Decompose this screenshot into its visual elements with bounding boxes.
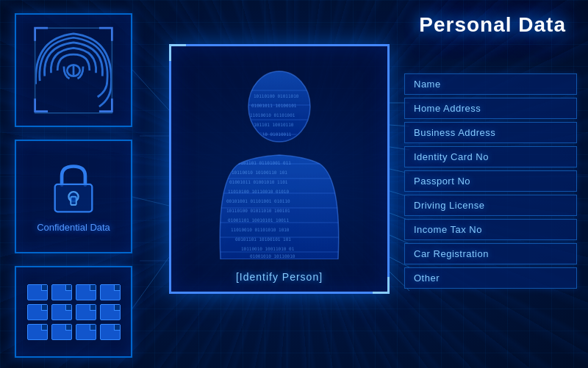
data-fields-panel: NameHome AddressBusiness AddressIdentity… bbox=[404, 73, 577, 289]
file-icon bbox=[100, 304, 121, 320]
lock-icon bbox=[48, 161, 99, 216]
person-silhouette: 10110100 01011010 01001011 10100101 1101… bbox=[198, 61, 360, 259]
panel-person: 10110100 01011010 01001011 10100101 1101… bbox=[169, 44, 390, 294]
file-icon bbox=[100, 324, 121, 340]
panel-lock: Confidential Data bbox=[15, 140, 132, 253]
svg-text:00101101 10100101 101: 00101101 10100101 101 bbox=[235, 237, 291, 242]
svg-text:11010010 01101010 1010: 11010010 01101010 1010 bbox=[231, 227, 290, 232]
svg-text:01001011 10100101: 01001011 10100101 bbox=[251, 103, 297, 108]
data-field-name: Name bbox=[404, 73, 577, 95]
data-field-business-address: Business Address bbox=[404, 122, 577, 143]
file-icon bbox=[27, 304, 48, 320]
file-icon bbox=[27, 284, 48, 300]
data-field-income-tax: Income Tax No bbox=[404, 219, 577, 240]
svg-text:00101101 10010110: 00101101 10010110 bbox=[248, 122, 294, 127]
file-icon bbox=[51, 304, 72, 320]
page-title: Personal Data bbox=[419, 13, 566, 37]
svg-text:11010100 10110010 01010: 11010100 10110010 01010 bbox=[228, 189, 289, 194]
svg-point-20 bbox=[68, 192, 78, 201]
svg-text:01001011 01001010 1101: 01001011 01001010 1101 bbox=[229, 179, 288, 184]
data-field-home-address: Home Address bbox=[404, 98, 577, 119]
file-icon bbox=[100, 284, 121, 300]
data-field-identity-card: Identity Card No bbox=[404, 146, 577, 167]
file-icon bbox=[27, 324, 48, 340]
file-icon bbox=[76, 304, 96, 320]
fingerprint-icon bbox=[33, 26, 114, 115]
data-field-car-registration: Car Registration bbox=[404, 243, 577, 264]
confidential-label: Confidential Data bbox=[37, 222, 110, 233]
file-icon bbox=[51, 324, 72, 340]
file-icon bbox=[76, 284, 96, 300]
files-grid bbox=[27, 284, 121, 340]
svg-text:01001101 10010101 10011: 01001101 10010101 10011 bbox=[228, 217, 289, 223]
identify-label: [Identify Person] bbox=[236, 271, 323, 283]
svg-text:10110100 01011010 100101: 10110100 01011010 100101 bbox=[226, 208, 290, 213]
data-field-other: Other bbox=[404, 267, 577, 289]
svg-text:10110100 01011010: 10110100 01011010 bbox=[254, 93, 299, 98]
data-field-driving-license: Driving License bbox=[404, 195, 577, 216]
svg-text:11010010 01101001: 11010010 01101001 bbox=[250, 112, 295, 118]
svg-text:01001010 10110010: 01001010 10110010 bbox=[250, 253, 295, 259]
file-icon bbox=[76, 324, 96, 340]
panel-fingerprint bbox=[15, 13, 132, 127]
svg-text:10110010 10011010 01: 10110010 10011010 01 bbox=[241, 246, 295, 251]
svg-text:00101001 01101001 010110: 00101001 01101001 010110 bbox=[226, 198, 290, 203]
svg-text:10110010 10100110 101: 10110010 10100110 101 bbox=[232, 170, 287, 175]
panel-files bbox=[15, 266, 132, 358]
svg-text:00101101 01101001 011: 00101101 01101001 011 bbox=[235, 160, 291, 165]
file-icon bbox=[51, 284, 72, 300]
data-field-passport: Passport No bbox=[404, 170, 577, 192]
svg-text:10100110 01010011: 10100110 01010011 bbox=[246, 131, 292, 137]
